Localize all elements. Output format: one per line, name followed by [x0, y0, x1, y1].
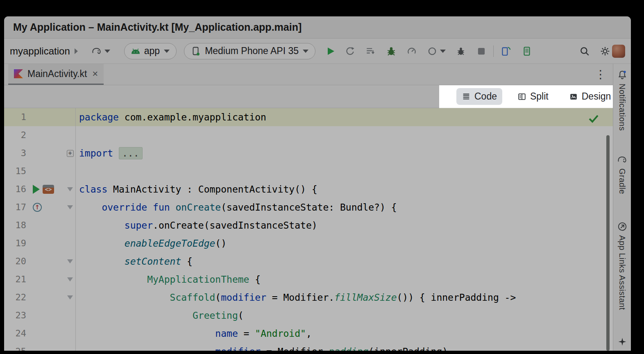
view-mode-code-button[interactable]: Code — [456, 88, 502, 105]
view-mode-design-button[interactable]: Design — [564, 88, 617, 105]
code-line[interactable]: 23 Greeting( — [4, 306, 613, 324]
line-number: 19 — [4, 234, 26, 252]
code-text: override fun onCreate(savedInstanceState… — [75, 198, 613, 216]
code-text: class MainActivity : ComponentActivity()… — [75, 180, 613, 198]
fold-handle-icon[interactable] — [67, 205, 73, 209]
line-number: 24 — [4, 324, 26, 343]
line-number: 1 — [4, 108, 26, 126]
module-dropdown-caret-icon — [164, 50, 170, 53]
fold-handle-icon[interactable] — [67, 259, 73, 263]
code-line[interactable]: 19 enableEdgeToEdge() — [4, 234, 613, 252]
code-line[interactable]: 15 — [4, 162, 613, 180]
design-view-label: Design — [582, 91, 611, 102]
search-icon[interactable] — [579, 46, 590, 57]
gradle-icon[interactable] — [617, 154, 628, 165]
notifications-bell-icon[interactable] — [617, 70, 628, 80]
line-number: 16 — [4, 180, 26, 198]
user-avatar[interactable] — [612, 45, 625, 58]
fold-column — [65, 162, 75, 180]
code-line[interactable]: 17↑ override fun onCreate(savedInstanceS… — [4, 198, 613, 216]
code-editor[interactable]: 1package com.example.myapplication23+imp… — [4, 108, 613, 351]
fold-column — [65, 180, 75, 198]
gutter-icons — [26, 234, 65, 252]
fold-column — [65, 234, 75, 252]
code-line[interactable]: 2 — [4, 126, 613, 144]
gemini-sparkle-icon[interactable] — [617, 337, 627, 347]
profiler-caret-icon — [440, 50, 446, 53]
code-line[interactable]: 20 setContent { — [4, 252, 613, 270]
fold-expand-icon[interactable]: + — [67, 150, 74, 157]
code-text: name = "Android", — [75, 324, 613, 343]
fold-handle-icon[interactable] — [67, 187, 73, 191]
code-line[interactable]: 1package com.example.myapplication — [4, 108, 613, 126]
code-line[interactable]: 21 MyApplicationTheme { — [4, 270, 613, 288]
gutter-icons — [26, 288, 65, 306]
sync-gradle-button[interactable] — [91, 46, 110, 57]
app-links-assistant-icon[interactable] — [617, 221, 628, 232]
tab-mainactivity[interactable]: MainActivity.kt × — [8, 64, 104, 85]
editor-tab-bar: MainActivity.kt × ⋮ — [4, 64, 613, 85]
view-mode-switcher: Code Split — [439, 85, 613, 108]
gutter-icons — [26, 324, 65, 343]
code-text: import ... — [75, 144, 613, 162]
gutter-icons — [26, 144, 65, 162]
fold-column — [65, 288, 75, 306]
code-line[interactable]: 25 modifier = Modifier.padding(innerPadd… — [4, 343, 613, 351]
device-manager-icon[interactable] — [500, 46, 511, 57]
inspections-passed-icon[interactable] — [588, 114, 599, 124]
breadcrumb-chevron-icon[interactable] — [75, 48, 78, 54]
module-selector[interactable]: app — [124, 43, 177, 59]
attach-debugger-icon[interactable] — [456, 46, 466, 57]
gutter-icons — [26, 343, 65, 351]
fold-column — [65, 270, 75, 288]
kotlin-file-icon — [14, 69, 23, 78]
running-devices-icon[interactable] — [522, 46, 532, 57]
debug-icon[interactable] — [386, 46, 397, 57]
fold-column — [65, 198, 75, 216]
fold-column — [65, 324, 75, 343]
apply-code-changes-icon[interactable] — [365, 46, 376, 57]
run-button[interactable] — [325, 46, 336, 57]
code-line[interactable]: 22 Scaffold(modifier = Modifier.fillMaxS… — [4, 288, 613, 306]
view-mode-split-button[interactable]: Split — [512, 88, 554, 105]
device-selector[interactable]: Medium Phone API 35 — [184, 43, 315, 59]
close-tab-icon[interactable]: × — [92, 69, 98, 79]
attach-profiler-button[interactable] — [427, 46, 446, 57]
code-line[interactable]: 18 super.onCreate(savedInstanceState) — [4, 216, 613, 234]
settings-gear-icon[interactable] — [600, 46, 610, 57]
tool-strip-app-links[interactable]: App Links Assistant — [617, 235, 627, 310]
editor-scrollbar[interactable] — [606, 135, 610, 351]
profiler-icon[interactable] — [406, 46, 417, 57]
tool-strip-notifications[interactable]: Notifications — [617, 84, 627, 131]
design-view-icon — [569, 92, 578, 101]
gutter-icons — [26, 216, 65, 234]
line-number: 23 — [4, 306, 26, 324]
project-breadcrumb[interactable]: myapplication — [10, 45, 70, 57]
override-icon[interactable]: ↑ — [33, 203, 42, 212]
fold-column — [65, 108, 75, 126]
ide-window: My Application – MainActivity.kt [My_App… — [4, 16, 631, 351]
tool-strip-gradle[interactable]: Gradle — [617, 168, 627, 194]
fold-column — [65, 126, 75, 144]
fold-handle-icon[interactable] — [67, 277, 73, 281]
device-tools-group — [500, 46, 532, 57]
code-text — [75, 126, 613, 144]
fold-column — [65, 343, 75, 351]
window-title: My Application – MainActivity.kt [My_App… — [13, 21, 302, 33]
tab-options-kebab-icon[interactable]: ⋮ — [595, 69, 606, 80]
stop-icon[interactable] — [476, 46, 487, 57]
code-line[interactable]: 16<>class MainActivity : ComponentActivi… — [4, 180, 613, 198]
apply-changes-icon[interactable] — [345, 46, 356, 57]
line-number: 25 — [4, 343, 26, 351]
line-number: 17 — [4, 198, 26, 216]
code-line[interactable]: 3+import ... — [4, 144, 613, 162]
fold-handle-icon[interactable] — [67, 295, 73, 300]
run-icon[interactable] — [33, 185, 40, 194]
code-line[interactable]: 24 name = "Android", — [4, 324, 613, 343]
gutter-icons: ↑ — [26, 198, 65, 216]
gutter-icons — [26, 306, 65, 324]
editor-mode-bar: Code Split — [4, 85, 613, 108]
code-text: Scaffold(modifier = Modifier.fillMaxSize… — [75, 288, 613, 306]
sync-dropdown-caret-icon — [104, 50, 110, 53]
compose-preview-icon[interactable]: <> — [43, 185, 54, 194]
